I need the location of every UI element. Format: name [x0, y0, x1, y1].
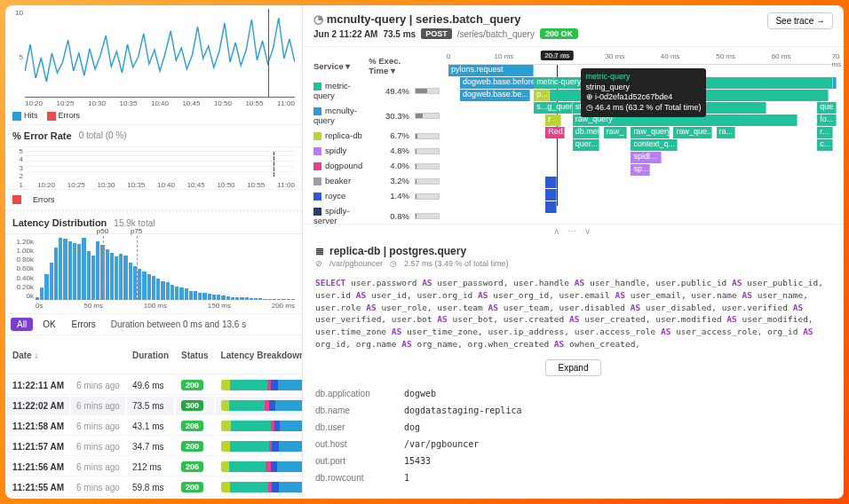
- flame-graph[interactable]: 20.7 ms 010 ms20 ms30 ms40 ms50 ms60 ms7…: [448, 52, 837, 218]
- error-rate-sub: 0 total (0 %): [79, 130, 127, 140]
- flame-span[interactable]: c...: [817, 139, 832, 151]
- col-service[interactable]: Service ▾: [312, 54, 365, 77]
- clock-icon: ◷: [390, 259, 397, 268]
- latency-sub: 15.9k total: [114, 218, 155, 228]
- hits-errors-chart: 10 5 10:2010:2510:3010:3510:4010:4510:50…: [5, 5, 302, 125]
- trace-title: mcnulty-query | series.batch_query: [327, 12, 521, 26]
- flame-span[interactable]: db.meth: [573, 127, 600, 138]
- filter-range: Duration between 0 ms and 13.6 s: [111, 319, 246, 329]
- http-path: /series/batch_query: [457, 29, 535, 39]
- flame-span[interactable]: spidl...: [631, 152, 662, 163]
- trace-filter-bar: All OK Errors Duration between 0 ms and …: [5, 314, 302, 335]
- trace-duration: 73.5 ms: [383, 29, 416, 39]
- flame-span[interactable]: raw_que...: [673, 127, 712, 138]
- errors-legend: Errors: [33, 195, 55, 204]
- latency-title: Latency Distribution: [12, 217, 107, 228]
- flame-span[interactable]: sp...: [631, 164, 650, 176]
- flame-span[interactable]: r...: [817, 127, 832, 138]
- service-row[interactable]: replica-db6.7%: [312, 129, 441, 142]
- ytick: 10: [11, 9, 23, 17]
- span-metadata: db.applicationdogwebdb.namedogdatastagin…: [315, 385, 831, 486]
- flame-span[interactable]: p...: [534, 90, 549, 101]
- ytick: 5: [11, 53, 23, 61]
- service-breakdown: Service ▾ % Exec. Time ▾ metric-query49.…: [310, 52, 443, 218]
- flame-span[interactable]: [545, 177, 557, 188]
- filter-ok[interactable]: OK: [36, 318, 61, 331]
- flame-span[interactable]: fo...: [817, 114, 837, 126]
- flame-span[interactable]: [545, 189, 557, 201]
- flame-span[interactable]: quer...: [573, 139, 600, 151]
- clock-icon: ◔: [313, 12, 323, 26]
- legend-errors[interactable]: Errors: [47, 111, 81, 121]
- flame-span[interactable]: ra...: [717, 127, 736, 138]
- service-row[interactable]: spidly-server0.8%: [312, 204, 441, 224]
- span-host: /var/pgbouncer: [329, 259, 383, 268]
- resize-handle[interactable]: ∧ ⋯ ∨: [303, 224, 844, 238]
- service-row[interactable]: mcnulty-query30.3%: [312, 104, 441, 127]
- col-pct[interactable]: % Exec. Time ▾: [367, 54, 411, 77]
- latency-header: Latency Distribution 15.9k total: [5, 212, 302, 234]
- flame-span[interactable]: dogweb.base.be...: [460, 90, 530, 101]
- trace-table: Date ↓DurationStatusLatency Breakdownby …: [5, 335, 303, 499]
- flame-span[interactable]: que...: [817, 102, 837, 114]
- http-method: POST: [421, 28, 452, 39]
- filter-all[interactable]: All: [11, 318, 33, 331]
- flame-span[interactable]: raw_query: [631, 127, 670, 138]
- flame-span[interactable]: Red...: [545, 127, 565, 138]
- error-rate-header: % Error Rate 0 total (0 %): [5, 125, 302, 147]
- table-row[interactable]: 11:22:11 AM6 mins ago49.6 ms200: [7, 376, 303, 395]
- flame-span[interactable]: pylons.request: [448, 65, 534, 76]
- status-ok: 200 OK: [540, 28, 578, 39]
- expand-button[interactable]: Expand: [545, 359, 602, 376]
- service-row[interactable]: metric-query49.4%: [312, 79, 441, 102]
- latency-histogram[interactable]: 1.20k1.00k0.80k0.60k0.40k0.20k0k p50 p75: [12, 238, 295, 300]
- table-row[interactable]: 11:21:55 AM6 mins ago59.8 ms200: [7, 478, 303, 497]
- span-timing: 2.57 ms (3.49 % of total time): [404, 259, 509, 268]
- filter-errors[interactable]: Errors: [66, 318, 102, 331]
- trace-timestamp: Jun 2 11:22 AM: [313, 29, 377, 39]
- flame-span[interactable]: [545, 201, 557, 213]
- service-row[interactable]: royce1.4%: [312, 189, 441, 202]
- span-tooltip: metric-query string_query ⊕ i-0d2efa1d52…: [581, 68, 707, 117]
- legend-hits[interactable]: Hits: [12, 111, 38, 121]
- service-row[interactable]: spidly4.8%: [312, 144, 441, 157]
- service-row[interactable]: beaker3.2%: [312, 174, 441, 187]
- span-title: replica-db | postgres.query: [329, 245, 466, 257]
- table-row[interactable]: 11:22:02 AM6 mins ago73.5 ms300: [7, 397, 303, 415]
- flame-span[interactable]: s...g_query: [534, 102, 573, 114]
- flame-span[interactable]: r: [545, 114, 560, 126]
- table-row[interactable]: 11:21:58 AM6 mins ago43.1 ms206: [7, 417, 303, 436]
- error-rate-chart: 54321 10:2010:2510:3010:3510:4010:4510:5…: [5, 147, 302, 190]
- see-trace-button[interactable]: See trace →: [767, 12, 833, 29]
- table-row[interactable]: 11:21:56 AM6 mins ago212 ms206: [7, 458, 303, 476]
- error-rate-title: % Error Rate: [12, 130, 72, 141]
- sql-query: SELECT user.password AS user_password, u…: [315, 277, 831, 350]
- db-icon: ≣: [315, 245, 324, 257]
- table-row[interactable]: 11:21:57 AM6 mins ago34.7 ms200: [7, 437, 303, 456]
- service-row[interactable]: dogpound4.0%: [312, 159, 441, 172]
- host-icon: ⊘: [315, 259, 322, 268]
- flame-span[interactable]: context_q...: [631, 139, 677, 151]
- flame-span[interactable]: raw_: [604, 127, 627, 138]
